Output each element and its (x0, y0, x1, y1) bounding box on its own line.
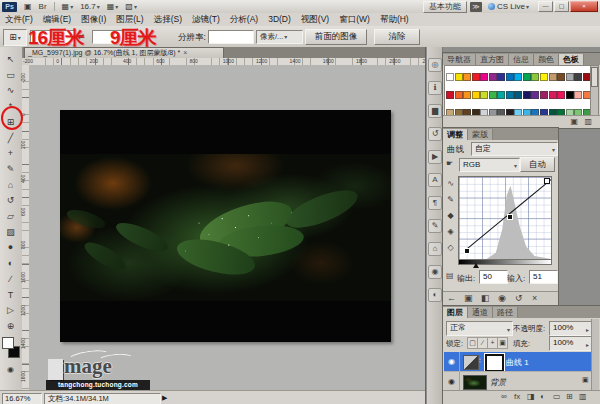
cs-live-button[interactable]: CS Live▾ (488, 2, 529, 11)
quick-mask-icon[interactable]: ◉ (4, 365, 17, 376)
swatch-9[interactable] (523, 73, 531, 81)
swatch-2[interactable] (463, 73, 471, 81)
tab-paths[interactable]: 路径 (493, 307, 518, 318)
toggle-visibility-icon[interactable]: ◉ (498, 293, 506, 303)
status-zoom-field[interactable]: 16.67% (2, 393, 42, 404)
new-swatch-icon[interactable]: ▣ (570, 117, 578, 126)
tab-adjustments[interactable]: 调整 (443, 129, 468, 140)
opacity-value[interactable]: 100%▸ (549, 321, 592, 336)
swatch-18[interactable] (455, 91, 463, 99)
swatch-31[interactable] (566, 91, 574, 99)
swatch-8[interactable] (514, 73, 522, 81)
status-menu-arrow[interactable]: ▶ (162, 394, 167, 402)
eyedropper-tool[interactable]: ╱ (2, 131, 19, 145)
swatch-11[interactable] (540, 73, 548, 81)
gradient-tool[interactable]: ▨ (2, 225, 19, 239)
layer-name[interactable]: 背景 (490, 377, 506, 388)
eraser-tool[interactable]: ▱ (2, 209, 19, 223)
minimize-button[interactable]: — (538, 1, 553, 12)
new-layer-icon[interactable]: ⊞ (566, 392, 573, 401)
swatch-17[interactable] (446, 91, 454, 99)
menu-5[interactable]: 滤镜(T) (187, 13, 225, 26)
view-extras-icon[interactable]: ▦▾ (62, 2, 74, 12)
visibility-eye-icon[interactable]: ◉ (444, 372, 460, 391)
mini-bridge-icon[interactable]: Br (39, 2, 47, 12)
layer-row-background[interactable]: ◉ 背景 ▣ (444, 371, 592, 391)
zoom-tool[interactable]: ⊕ (2, 319, 19, 333)
restore-button[interactable]: ▢ (554, 1, 569, 12)
reset-icon[interactable]: ↺ (515, 293, 523, 303)
launch-bridge-icon[interactable]: ▣ (24, 2, 32, 12)
curves-preset-select[interactable]: 自定▾ (471, 142, 558, 156)
tab-histogram[interactable]: 直方图 (476, 54, 509, 65)
info-icon[interactable]: ℹ (428, 81, 442, 95)
link-layers-icon[interactable]: ∞ (501, 392, 507, 401)
menu-9[interactable]: 窗口(W) (334, 13, 375, 26)
new-adjustment-layer-icon[interactable]: ◐ (540, 392, 545, 401)
auto-button[interactable]: 自动 (520, 157, 555, 172)
masks-icon[interactable]: ◉ (428, 265, 442, 279)
swatch-15[interactable] (574, 73, 582, 81)
swatch-6[interactable] (497, 73, 505, 81)
resolution-field[interactable] (208, 30, 254, 44)
paragraph-icon[interactable]: ¶ (428, 196, 442, 210)
layer-mask-thumbnail[interactable] (485, 354, 504, 372)
curve-white-point[interactable] (544, 178, 550, 184)
input-value[interactable]: 51 (529, 270, 558, 284)
swatch-25[interactable] (514, 91, 522, 99)
output-value[interactable]: 50 (479, 270, 508, 284)
navigator-icon[interactable]: ◎ (428, 58, 442, 72)
layers-scrollbar[interactable] (591, 319, 599, 390)
swatch-1[interactable] (455, 73, 463, 81)
crop-tool-preset-icon[interactable]: ⊞▾ (3, 29, 27, 46)
delete-layer-icon[interactable]: ▥ (579, 392, 587, 401)
swatches-scrollbar[interactable] (590, 65, 599, 117)
blur-tool[interactable]: ● (2, 240, 19, 254)
menu-10[interactable]: 帮助(H) (375, 13, 414, 26)
delete-swatch-icon[interactable]: ▥ (584, 117, 592, 126)
swatch-12[interactable] (549, 73, 557, 81)
healing-brush-tool[interactable]: + (2, 146, 19, 160)
layer-style-icon[interactable]: fx (514, 392, 520, 401)
curve-point-tool-icon[interactable]: ∿ (445, 178, 456, 190)
layer-name[interactable]: 曲线 1 (506, 357, 529, 368)
swatch-24[interactable] (506, 91, 514, 99)
swatch-7[interactable] (506, 73, 514, 81)
add-layer-mask-icon[interactable]: ◨ (527, 392, 535, 401)
background-layer-thumbnail[interactable] (463, 375, 487, 390)
swatch-30[interactable] (557, 91, 565, 99)
resolution-unit-select[interactable]: 像素/...▾ (256, 30, 303, 44)
new-group-icon[interactable]: ▭ (553, 392, 561, 401)
lock-all-icon[interactable]: ▣ (497, 337, 508, 349)
character-icon[interactable]: A (428, 173, 442, 187)
swatch-4[interactable] (480, 73, 488, 81)
swatch-5[interactable] (489, 73, 497, 81)
front-image-button[interactable]: 前面的图像 (305, 29, 367, 45)
shadow-input-slider[interactable] (473, 263, 479, 268)
move-tool[interactable]: ↖ (2, 52, 19, 66)
canvas-area[interactable] (29, 65, 425, 390)
curves-grid[interactable] (458, 176, 552, 260)
swatch-21[interactable] (480, 91, 488, 99)
tab-masks[interactable]: 蒙版 (468, 129, 493, 140)
dodge-tool[interactable]: ◐ (2, 256, 19, 270)
swatch-28[interactable] (540, 91, 548, 99)
type-tool[interactable]: T (2, 288, 19, 302)
workspace-more-button[interactable]: ≫ (470, 2, 482, 12)
adjustments-icon[interactable]: ◐ (428, 288, 442, 302)
arrange-documents-icon[interactable]: ▦▾ (107, 2, 119, 12)
swatch-26[interactable] (523, 91, 531, 99)
swatch-20[interactable] (472, 91, 480, 99)
history-brush-tool[interactable]: ↺ (2, 193, 19, 207)
menu-8[interactable]: 视图(V) (296, 13, 334, 26)
delete-adjustment-icon[interactable]: × (532, 293, 537, 303)
curve-selected-point[interactable] (507, 214, 513, 220)
targeted-adjustment-icon[interactable]: ☛ (446, 159, 457, 170)
screen-mode-icon[interactable]: ▧▾ (125, 2, 137, 12)
clone-source-icon[interactable]: ⌂ (428, 242, 442, 256)
clone-stamp-tool[interactable]: ⌂ (2, 178, 19, 192)
gray-point-eyedropper-icon[interactable]: ◈ (445, 226, 456, 238)
document-image[interactable] (60, 110, 391, 342)
tab-info[interactable]: 信息 (509, 54, 534, 65)
fill-value[interactable]: 100%▸ (549, 336, 592, 351)
